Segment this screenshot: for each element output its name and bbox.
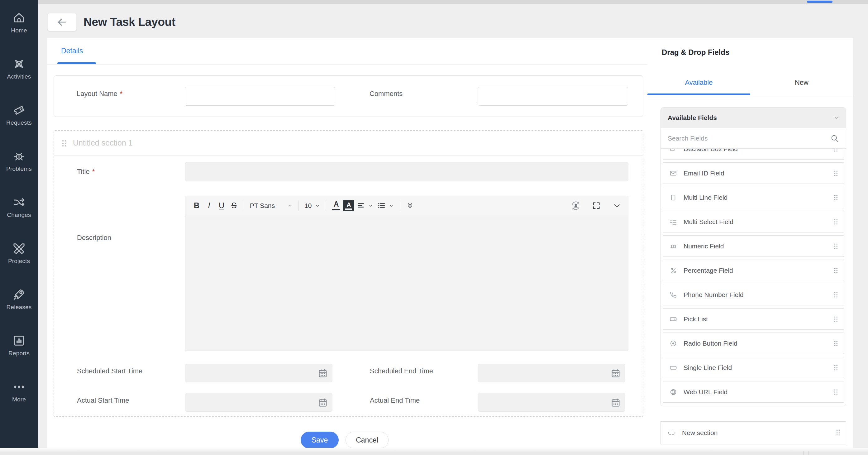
form-section[interactable]: Untitled section 1 Title* Description B …	[54, 130, 643, 417]
available-fields-header[interactable]: Available Fields	[661, 108, 846, 128]
sidebar-item-requests[interactable]: Requests	[0, 103, 38, 150]
phone-icon	[669, 291, 677, 299]
field-item-radio-button-field[interactable]: Radio Button Field	[663, 333, 844, 354]
chevron-down-icon	[389, 203, 394, 209]
chevron-down-icon	[613, 202, 621, 210]
sidebar-item-label: Home	[11, 27, 27, 34]
font-family-select[interactable]: PT Sans	[248, 199, 295, 213]
align-select[interactable]	[355, 199, 375, 213]
drag-handle[interactable]	[834, 219, 838, 225]
new-section-item[interactable]: New section	[660, 421, 846, 445]
top-scroll-indicator[interactable]	[807, 1, 833, 3]
field-item-phone-number-field[interactable]: Phone Number Field	[663, 284, 844, 305]
font-color-button[interactable]: A	[330, 199, 342, 213]
email-icon	[669, 169, 677, 177]
chevron-down-icon	[833, 115, 839, 121]
chevron-down-icon	[287, 203, 293, 209]
underline-button[interactable]: U	[215, 199, 228, 213]
mention-user-button[interactable]	[569, 199, 582, 213]
collapse-toolbar-button[interactable]	[611, 199, 623, 213]
panel-tab-divider	[647, 95, 853, 95]
scheduled-end-input[interactable]	[478, 364, 625, 383]
scheduled-start-input[interactable]	[185, 364, 333, 383]
drag-handle[interactable]	[834, 149, 838, 152]
field-label: Multi Select Field	[684, 218, 734, 225]
fullscreen-button[interactable]	[590, 199, 602, 213]
cancel-button[interactable]: Cancel	[345, 432, 389, 449]
field-item-email-id-field[interactable]: Email ID Field	[663, 162, 844, 184]
field-item-single-line-field[interactable]: Single Line Field	[663, 357, 844, 378]
field-label: Numeric Field	[684, 242, 724, 250]
search-fields-input[interactable]	[668, 134, 830, 142]
comments-input[interactable]	[477, 87, 628, 105]
editor-content-area[interactable]	[185, 215, 628, 351]
drag-handle[interactable]	[834, 267, 838, 274]
font-size-select[interactable]: 10	[303, 199, 322, 213]
tab-details[interactable]: Details	[61, 47, 83, 55]
bold-button[interactable]: B	[190, 199, 203, 213]
sidebar-item-label: Projects	[8, 258, 30, 265]
sidebar-item-problems[interactable]: Problems	[0, 150, 38, 196]
drag-handle[interactable]	[836, 430, 840, 436]
actual-end-input[interactable]	[478, 393, 625, 412]
drag-handle[interactable]	[834, 389, 838, 395]
actual-start-input[interactable]	[185, 393, 333, 412]
italic-button[interactable]: I	[203, 199, 215, 213]
drag-handle[interactable]	[834, 243, 838, 249]
drag-handle[interactable]	[834, 365, 838, 371]
field-item-decision-box-field[interactable]: Decision Box Field	[663, 149, 844, 159]
title-input[interactable]	[185, 162, 628, 181]
drag-handle[interactable]	[834, 340, 838, 346]
numeric-icon: 123	[669, 242, 677, 250]
panel-tab-new[interactable]: New	[750, 79, 853, 87]
sidebar-item-projects[interactable]: Projects	[0, 242, 38, 288]
field-item-percentage-field[interactable]: Percentage Field	[663, 260, 844, 281]
drag-handle[interactable]	[834, 292, 838, 298]
drag-handle[interactable]	[834, 194, 838, 201]
multi-line-icon	[669, 193, 677, 202]
calendar-icon[interactable]	[611, 398, 621, 407]
layout-name-input[interactable]	[185, 87, 335, 105]
save-button[interactable]: Save	[301, 432, 339, 449]
strikethrough-button[interactable]: S	[228, 199, 240, 213]
highlight-color-button[interactable]: A	[342, 199, 355, 213]
editor-toolbar: B I U S PT Sans 10 A A	[185, 196, 628, 215]
required-marker: *	[120, 90, 123, 97]
sidebar-item-label: More	[12, 396, 26, 403]
back-button[interactable]	[48, 13, 76, 31]
section-drag-handle[interactable]	[62, 140, 67, 147]
align-left-icon	[357, 202, 365, 210]
field-item-pick-list[interactable]: Pick List	[663, 308, 844, 330]
more-formatting-button[interactable]	[404, 199, 416, 213]
sidebar-item-home[interactable]: Home	[0, 11, 38, 57]
field-item-web-url-field[interactable]: Web URL Field	[663, 381, 844, 403]
layout-name-label: Layout Name*	[76, 90, 122, 98]
toolbar-separator	[326, 201, 326, 211]
sidebar-item-reports[interactable]: Reports	[0, 334, 38, 380]
sidebar-item-label: Reports	[8, 350, 30, 357]
more-icon	[12, 380, 26, 393]
calendar-icon[interactable]	[318, 398, 328, 407]
sidebar-item-changes[interactable]: Changes	[0, 196, 38, 242]
requests-icon	[12, 103, 26, 117]
drag-handle[interactable]	[834, 170, 838, 176]
panel-tab-available[interactable]: Available	[647, 79, 750, 87]
drag-dots-icon	[62, 140, 67, 147]
sidebar-item-releases[interactable]: Releases	[0, 288, 38, 334]
bottom-divider-tick	[808, 451, 808, 455]
calendar-icon[interactable]	[611, 368, 621, 378]
sidebar-item-activities[interactable]: Activities	[0, 57, 38, 103]
list-select[interactable]	[375, 199, 396, 213]
field-label: Radio Button Field	[684, 340, 738, 347]
calendar-icon[interactable]	[318, 368, 328, 378]
changes-icon	[12, 196, 26, 209]
drag-handle[interactable]	[834, 316, 838, 322]
sidebar-item-more[interactable]: More	[0, 380, 38, 426]
available-fields-box: Available Fields Decision Box Field Emai…	[660, 107, 846, 406]
app-sidebar: Home Activities Requests Problems Change…	[0, 0, 38, 448]
field-item-numeric-field[interactable]: 123 Numeric Field	[663, 235, 844, 257]
section-title[interactable]: Untitled section 1	[73, 139, 133, 147]
required-marker: *	[92, 168, 95, 176]
field-item-multi-line-field[interactable]: Multi Line Field	[663, 187, 844, 208]
field-item-multi-select-field[interactable]: Multi Select Field	[663, 211, 844, 233]
